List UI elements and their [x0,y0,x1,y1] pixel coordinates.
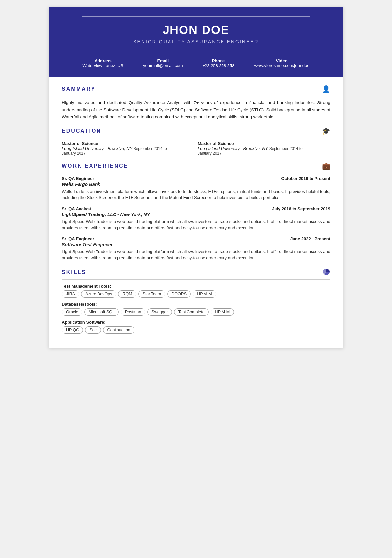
summary-text: Highly motivated and dedicated Quality A… [62,99,330,121]
skill-tag: Oracle [62,308,82,316]
skills-tags-0: JIRA Azure DevOps RQM Star Team DOORS HP… [62,290,330,298]
skills-tags-2: HP QC Solr Continuation [62,326,330,334]
skills-title: SKILLS [62,270,86,275]
video-value: www.vioresume.com/johndoe [254,63,309,68]
skills-category-2: Application Software: HP QC Solr Continu… [62,320,330,334]
institution-0: Long Island University - Brooklyn, NY Se… [62,146,194,151]
phone-label: Phone [203,58,235,63]
resume-main: SAMMARY 👤 Highly motivated and dedicated… [49,77,343,348]
work-desc-1: Light Speed Web Trader is a web-based tr… [62,218,330,231]
pie-chart-icon [322,268,330,277]
education-divider [62,137,330,137]
resume-header: JHON DOE SENIOR QUALITY ASSURANCE ENGINE… [49,7,343,77]
contact-video: Video www.vioresume.com/johndoe [254,58,309,68]
skills-category-1: Databases/Tools: Oracle Microsoft SQL Po… [62,302,330,316]
email-value: yourmail@email.com [143,63,183,68]
work-desc-2: Light Speed Web Trader is a web-based tr… [62,249,330,261]
address-value: Waterview Lanez, US [82,63,123,68]
skill-tag: Star Team [138,290,166,298]
graduation-icon: 🎓 [322,127,330,135]
email-label: Email [143,58,183,63]
skills-label-0: Test Management Tools: [62,284,330,288]
work-title: WORK EXPERIENCE [62,163,128,169]
work-section: WORK EXPERIENCE 💼 Sr. QA Engineer Octobe… [62,162,330,261]
candidate-title: SENIOR QUALITY ASSURANCE ENGINEER [96,39,297,44]
education-item-0: Master of Science Long Island University… [62,141,194,156]
skills-tags-1: Oracle Microsoft SQL Postman Swagger Tes… [62,308,330,316]
summary-section: SAMMARY 👤 Highly motivated and dedicated… [62,85,330,121]
work-date-0: October 2019 to Present [281,176,330,181]
education-title: EDUCATION [62,128,101,134]
skill-tag: DOORS [167,290,191,298]
contact-bar: Address Waterview Lanez, US Email yourma… [62,54,330,71]
skill-tag: HP QC [62,326,83,334]
work-company-0: Wells Fargo Bank [62,182,330,187]
skill-tag: Azure DevOps [81,290,116,298]
person-icon: 👤 [322,85,330,93]
skill-tag: Test Complete [174,308,209,316]
summary-header: SAMMARY 👤 [62,85,330,93]
contact-email: Email yourmail@email.com [143,58,183,68]
summary-title: SAMMARY [62,86,96,92]
education-grid: Master of Science Long Island University… [62,141,330,156]
work-divider [62,172,330,172]
skills-section: SKILLS Test Management Tools: JIRA Azu [62,268,330,334]
work-company-1: LightSpeed Trading, LLC - New York, NY [62,212,330,217]
skill-tag: JIRA [62,290,79,298]
skills-label-1: Databases/Tools: [62,302,330,307]
skill-tag: Solr [85,326,101,334]
contact-phone: Phone +22 258 258 258 [203,58,235,68]
date-1: January 2017 [198,151,330,156]
summary-divider [62,95,330,95]
skill-tag: Microsoft SQL [84,308,119,316]
skills-label-2: Application Software: [62,320,330,325]
skill-tag: Postman [121,308,145,316]
degree-0: Master of Science [62,141,194,146]
resume-container: JHON DOE SENIOR QUALITY ASSURANCE ENGINE… [49,7,343,348]
contact-address: Address Waterview Lanez, US [82,58,123,68]
skills-header: SKILLS [62,268,330,277]
skill-tag: HP ALM [211,308,234,316]
institution-1: Long Island University - Brooklyn, NY Se… [198,146,330,151]
video-label: Video [254,58,309,63]
skill-tag: Swagger [147,308,172,316]
work-role-2: Sr. QA Engineer [62,236,94,241]
education-item-1: Master of Science Long Island University… [198,141,330,156]
skill-tag: HP ALM [193,290,216,298]
skills-category-0: Test Management Tools: JIRA Azure DevOps… [62,284,330,298]
work-role-0: Sr. QA Engineer [62,176,94,181]
work-item-1: Sr. QA Analyst July 2016 to September 20… [62,206,330,231]
candidate-name: JHON DOE [96,23,297,37]
work-date-2: June 2022 - Present [290,236,330,241]
work-item-0: Sr. QA Engineer October 2019 to Present … [62,176,330,201]
work-item-2: Sr. QA Engineer June 2022 - Present Soft… [62,236,330,261]
date-0: January 2017 [62,151,194,156]
work-date-1: July 2016 to September 2019 [272,206,330,211]
address-label: Address [82,58,123,63]
education-header: EDUCATION 🎓 [62,127,330,135]
work-item-1-header: Sr. QA Analyst July 2016 to September 20… [62,206,330,211]
skills-divider [62,279,330,280]
work-header: WORK EXPERIENCE 💼 [62,162,330,170]
education-section: EDUCATION 🎓 Master of Science Long Islan… [62,127,330,156]
work-item-2-header: Sr. QA Engineer June 2022 - Present [62,236,330,241]
phone-value: +22 258 258 258 [203,63,235,68]
degree-1: Master of Science [198,141,330,146]
briefcase-icon: 💼 [322,162,330,170]
skill-tag: Continuation [103,326,134,334]
work-item-0-header: Sr. QA Engineer October 2019 to Present [62,176,330,181]
work-role-1: Sr. QA Analyst [62,206,91,211]
header-border-box: JHON DOE SENIOR QUALITY ASSURANCE ENGINE… [82,16,310,51]
skill-tag: RQM [118,290,136,298]
work-desc-0: Wells Trade is an investment platform wh… [62,188,330,201]
work-company-2: Software Test Engineer [62,242,330,247]
